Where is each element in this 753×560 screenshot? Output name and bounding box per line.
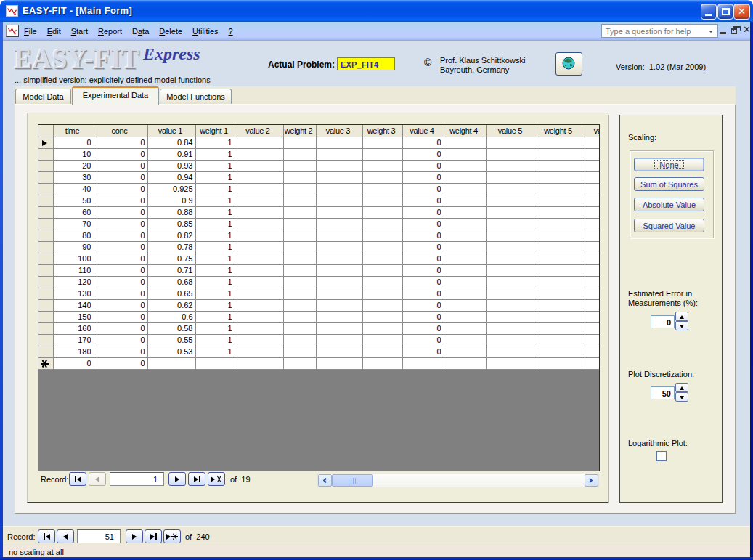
table-cell[interactable] [444,253,486,264]
row-selector[interactable] [38,171,53,183]
table-cell[interactable]: 0.88 [147,206,195,218]
table-cell[interactable] [486,160,537,171]
table-cell[interactable] [362,195,402,206]
table-cell[interactable]: 0 [94,148,147,160]
table-cell[interactable] [582,357,600,369]
table-cell[interactable] [444,137,486,148]
table-cell[interactable] [486,334,537,346]
website-button[interactable] [555,52,582,76]
tab-model-data[interactable]: Model Data [15,89,71,105]
table-cell[interactable] [283,311,316,322]
table-cell[interactable]: 0 [94,171,147,183]
table-cell[interactable] [316,160,362,171]
table-cell[interactable] [316,299,362,311]
table-cell[interactable]: 0 [94,299,147,311]
table-cell[interactable]: 100 [53,253,94,264]
table-cell[interactable] [582,160,600,171]
table-cell[interactable] [537,148,582,160]
table-cell[interactable] [537,137,582,148]
column-header[interactable]: weight 4 [444,125,486,137]
table-cell[interactable] [537,276,582,288]
table-cell[interactable] [582,137,600,148]
table-cell[interactable] [283,230,316,241]
row-selector[interactable] [38,241,53,253]
table-cell[interactable]: 0 [402,322,444,334]
table-cell[interactable] [582,206,600,218]
table-cell[interactable] [362,241,402,253]
table-cell[interactable] [316,218,362,230]
table-cell[interactable] [283,299,316,311]
table-cell[interactable]: 0.58 [147,322,195,334]
table-cell[interactable]: 0.71 [147,264,195,276]
menu-item-file[interactable]: File [19,25,42,38]
table-cell[interactable] [444,171,486,183]
table-cell[interactable] [537,171,582,183]
table-cell[interactable] [362,206,402,218]
table-cell[interactable] [486,195,537,206]
table-cell[interactable] [582,230,600,241]
table-cell[interactable]: 150 [53,311,94,322]
table-cell[interactable] [362,264,402,276]
table-cell[interactable] [283,276,316,288]
table-cell[interactable]: 140 [53,299,94,311]
table-cell[interactable] [444,264,486,276]
table-cell[interactable]: 90 [53,241,94,253]
table-cell[interactable]: 1 [195,171,235,183]
table-cell[interactable] [444,357,486,369]
new-row-selector[interactable] [38,357,53,369]
table-cell[interactable] [283,288,316,299]
table-cell[interactable] [283,241,316,253]
maximize-button[interactable] [717,4,733,20]
form-new-record-button[interactable] [163,529,181,543]
table-cell[interactable]: 0.6 [147,311,195,322]
grid-horizontal-scrollbar[interactable] [317,474,599,487]
table-cell[interactable] [582,334,600,346]
table-cell[interactable] [537,334,582,346]
table-cell[interactable] [316,206,362,218]
table-cell[interactable] [283,160,316,171]
minimize-button[interactable] [701,4,717,20]
table-cell[interactable] [537,218,582,230]
grid-record-number-input[interactable]: 1 [110,472,164,486]
table-cell[interactable]: 0 [94,206,147,218]
plot-spin-up[interactable] [675,383,688,392]
table-cell[interactable] [486,346,537,357]
table-cell[interactable] [147,357,195,369]
grid-first-record-button[interactable] [69,472,86,486]
table-cell[interactable]: 0 [94,195,147,206]
table-cell[interactable]: 0.68 [147,276,195,288]
table-cell[interactable] [235,276,283,288]
table-cell[interactable] [444,346,486,357]
table-cell[interactable] [486,171,537,183]
column-header[interactable]: conc [94,125,147,137]
table-cell[interactable]: 0.55 [147,334,195,346]
table-cell[interactable] [362,137,402,148]
table-cell[interactable]: 0.75 [147,253,195,264]
table-cell[interactable] [316,334,362,346]
table-cell[interactable] [283,195,316,206]
table-cell[interactable] [537,195,582,206]
close-button[interactable]: ✕ [733,4,750,20]
child-minimize-button[interactable] [720,32,726,34]
table-cell[interactable] [235,288,283,299]
table-cell[interactable] [316,183,362,195]
column-header[interactable]: value 5 [486,125,537,137]
table-cell[interactable] [537,311,582,322]
scroll-right-button[interactable] [585,474,598,487]
table-cell[interactable] [235,334,283,346]
column-header[interactable]: weight 3 [362,125,402,137]
table-cell[interactable] [582,264,600,276]
table-cell[interactable] [316,253,362,264]
table-cell[interactable] [316,148,362,160]
table-cell[interactable]: 0 [402,206,444,218]
scaling-none-button[interactable]: None [634,158,704,171]
scaling-absolute-value-button[interactable]: Absolute Value [634,198,704,211]
form-record-number-input[interactable]: 51 [77,529,121,543]
table-cell[interactable]: 0 [94,253,147,264]
table-cell[interactable]: 1 [195,322,235,334]
table-cell[interactable] [235,218,283,230]
table-cell[interactable]: 0 [94,137,147,148]
row-selector[interactable] [38,195,53,206]
table-cell[interactable] [444,299,486,311]
table-cell[interactable] [537,322,582,334]
